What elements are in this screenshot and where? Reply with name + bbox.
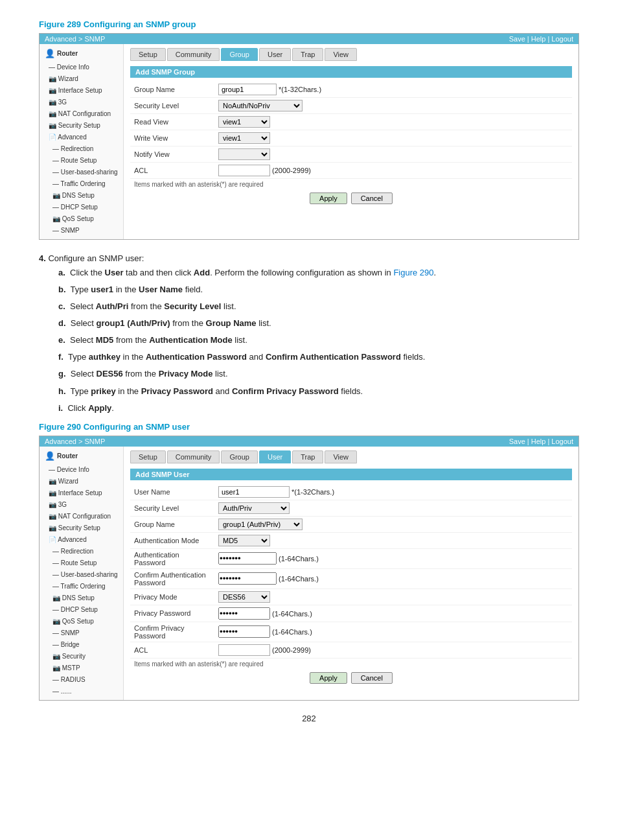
fig289-required-note: Items marked with an asterisk(*) are req… xyxy=(130,179,572,190)
sidebar-item[interactable]: 📷 NAT Configuration xyxy=(40,108,123,120)
acl-input[interactable] xyxy=(218,165,270,176)
sidebar-item[interactable]: 📷 3G xyxy=(40,97,123,108)
sidebar-item[interactable]: — Route Setup xyxy=(40,155,123,167)
field-write-view: Write View view1 xyxy=(130,130,572,146)
fig290-ui: Advanced > SNMP Save | Help | Logout 👤 R… xyxy=(39,436,579,701)
tab-group[interactable]: Group xyxy=(221,48,258,61)
tab-trap[interactable]: Trap xyxy=(292,450,323,463)
sidebar-item[interactable]: — Traffic Ordering xyxy=(40,178,123,190)
confirm-auth-password-input[interactable] xyxy=(218,572,277,585)
tab-setup[interactable]: Setup xyxy=(130,48,166,61)
fig290-section-header: Add SNMP User xyxy=(130,469,572,480)
step4-block: 4. Configure an SNMP user: a. Click the … xyxy=(39,251,579,415)
fig289-cancel-button[interactable]: Cancel xyxy=(351,192,393,204)
substep-c: c. Select Auth/Pri from the Security Lev… xyxy=(58,299,579,314)
sidebar-item[interactable]: 📷 NAT Configuration xyxy=(40,511,123,522)
sidebar-item[interactable]: 📷 Security Setup xyxy=(40,120,123,132)
sidebar-item[interactable]: — User-based-sharing xyxy=(40,167,123,178)
field-group-name: Group Name *(1-32Chars.) xyxy=(130,82,572,98)
confirm-privacy-password-input[interactable] xyxy=(218,625,270,638)
read-view-select[interactable]: view1 xyxy=(218,116,270,128)
fig290-topbar: Advanced > SNMP Save | Help | Logout xyxy=(40,436,578,447)
substep-f: f. Type authkey in the Authentication Pa… xyxy=(58,350,579,364)
field-privacy-password: Privacy Password (1-64Chars.) xyxy=(130,605,572,622)
sidebar-item[interactable]: — Device Info xyxy=(40,62,123,73)
tab-community[interactable]: Community xyxy=(167,450,220,463)
fig290-form: User Name *(1-32Chars.) Security Level A… xyxy=(130,484,572,659)
sidebar-item[interactable]: 📷 Interface Setup xyxy=(40,487,123,499)
sidebar-item[interactable]: — Traffic Ordering xyxy=(40,581,123,592)
fig289-section-header: Add SNMP Group xyxy=(130,66,572,78)
sidebar-item[interactable]: — User-based-sharing xyxy=(40,569,123,581)
sidebar-item[interactable]: — RADIUS xyxy=(40,674,123,686)
fig290-apply-button[interactable]: Apply xyxy=(310,672,347,684)
sidebar-item[interactable]: 📷 Security xyxy=(40,651,123,662)
tab-user[interactable]: User xyxy=(259,48,291,61)
tab-setup[interactable]: Setup xyxy=(130,450,166,463)
sidebar-item[interactable]: 📷 QoS Setup xyxy=(40,213,123,225)
sidebar-item[interactable]: — DHCP Setup xyxy=(40,604,123,616)
sidebar-item[interactable]: — Redirection xyxy=(40,546,123,557)
sidebar-item[interactable]: — Route Setup xyxy=(40,557,123,569)
tab-view[interactable]: View xyxy=(325,450,357,463)
sidebar-item[interactable]: 📷 Interface Setup xyxy=(40,85,123,97)
fig289-ui: Advanced > SNMP Save | Help | Logout 👤 R… xyxy=(39,33,579,240)
sidebar-item[interactable]: — DHCP Setup xyxy=(40,202,123,213)
substep-b: b. Type user1 in the User Name field. xyxy=(58,283,579,297)
fig289-path: Advanced > SNMP xyxy=(45,35,105,43)
sidebar-item[interactable]: 📷 Wizard xyxy=(40,73,123,85)
sidebar-item[interactable]: 📷 DNS Setup xyxy=(40,190,123,202)
auth-password-input[interactable] xyxy=(218,552,277,565)
fig289-links[interactable]: Save | Help | Logout xyxy=(509,35,573,43)
sidebar-item[interactable]: — Bridge xyxy=(40,639,123,651)
security-level-select[interactable]: NoAuth/NoPriv xyxy=(218,100,303,111)
sidebar-item[interactable]: — Redirection xyxy=(40,143,123,155)
field-security-level: Security Level Auth/Priv xyxy=(130,500,572,516)
acl-input[interactable] xyxy=(218,644,270,656)
sidebar-item[interactable]: — Device Info xyxy=(40,464,123,476)
field-user-name: User Name *(1-32Chars.) xyxy=(130,484,572,500)
tab-user[interactable]: User xyxy=(259,450,291,463)
auth-mode-select[interactable]: MD5 xyxy=(218,535,270,546)
fig290-cancel-button[interactable]: Cancel xyxy=(351,672,393,684)
fig290-path: Advanced > SNMP xyxy=(45,438,105,445)
substep-e: e. Select MD5 from the Authentication Mo… xyxy=(58,333,579,347)
sidebar-item[interactable]: 📷 DNS Setup xyxy=(40,592,123,604)
sidebar-item[interactable]: 📄 Advanced xyxy=(40,534,123,546)
fig289-main: Setup Community Group User Trap View Add… xyxy=(124,44,578,239)
sidebar-item[interactable]: 📄 Advanced xyxy=(40,132,123,143)
group-name-input[interactable] xyxy=(218,84,277,95)
write-view-select[interactable]: view1 xyxy=(218,132,270,144)
fig290-link[interactable]: Figure 290 xyxy=(393,268,433,277)
fig290-title: Figure 290 Configuring an SNMP user xyxy=(39,422,579,432)
sidebar-item-snmp[interactable]: — SNMP xyxy=(40,225,123,237)
sidebar-item[interactable]: 📷 MSTP xyxy=(40,662,123,674)
fig289-form: Group Name *(1-32Chars.) Security Level … xyxy=(130,82,572,179)
sidebar-item[interactable]: 📷 Security Setup xyxy=(40,522,123,534)
tab-group[interactable]: Group xyxy=(221,450,258,463)
fig290-links[interactable]: Save | Help | Logout xyxy=(509,438,573,445)
fig289-apply-button[interactable]: Apply xyxy=(310,192,347,204)
tab-trap[interactable]: Trap xyxy=(292,48,323,61)
fig290-sidebar-root: 👤 Router xyxy=(40,449,123,464)
privacy-password-input[interactable] xyxy=(218,607,270,620)
sidebar-item-snmp[interactable]: — SNMP xyxy=(40,627,123,639)
sidebar-item[interactable]: 📷 3G xyxy=(40,499,123,511)
step4-number: 4. xyxy=(39,253,46,263)
substep-a: a. Click the User tab and then click Add… xyxy=(58,266,579,280)
security-level-select[interactable]: Auth/Priv xyxy=(218,502,290,514)
user-name-input[interactable] xyxy=(218,486,290,498)
tab-community[interactable]: Community xyxy=(167,48,220,61)
tab-view[interactable]: View xyxy=(325,48,357,61)
substep-d: d. Select group1 (Auth/Priv) from the Gr… xyxy=(58,316,579,331)
fig289-sidebar-root: 👤 Router xyxy=(40,47,123,62)
field-auth-password: Authentication Password (1-64Chars.) xyxy=(130,548,572,568)
sidebar-item[interactable]: 📷 QoS Setup xyxy=(40,616,123,627)
privacy-mode-select[interactable]: DES56 xyxy=(218,591,270,603)
group-name-select[interactable]: group1 (Auth/Priv) xyxy=(218,519,303,530)
substep-i: i. Click Apply. xyxy=(58,401,579,415)
fig289-title: Figure 289 Configuring an SNMP group xyxy=(39,19,579,29)
field-group-name: Group Name group1 (Auth/Priv) xyxy=(130,516,572,532)
sidebar-item[interactable]: 📷 Wizard xyxy=(40,476,123,487)
notify-view-select[interactable] xyxy=(218,148,270,160)
